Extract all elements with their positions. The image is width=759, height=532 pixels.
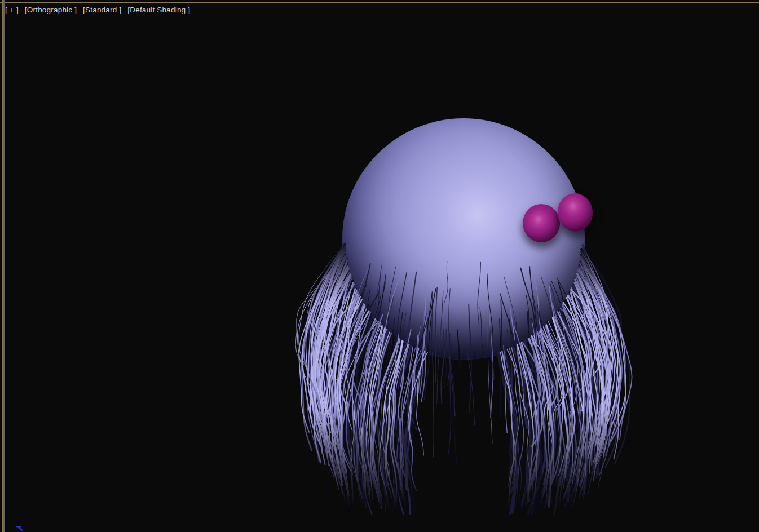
viewport-shading-menu[interactable]: [Default Shading ] [127, 6, 190, 14]
viewport-inner-border-left [3, 0, 5, 532]
viewport-general-menu[interactable]: [ + ] [5, 6, 19, 14]
3d-viewport[interactable]: [ + ] [Orthographic ] [Standard ] [Defau… [0, 0, 759, 532]
viewport-renderer-menu[interactable]: [Standard ] [83, 6, 121, 14]
eye-sphere-left[interactable] [523, 204, 560, 242]
viewport-label-bar: [ + ] [Orthographic ] [Standard ] [Defau… [5, 6, 194, 15]
active-viewport-border-left [2, 0, 3, 532]
world-axis-gizmo [15, 524, 25, 532]
viewport-pov-menu[interactable]: [Orthographic ] [25, 6, 77, 14]
active-viewport-border-top [0, 2, 759, 3]
